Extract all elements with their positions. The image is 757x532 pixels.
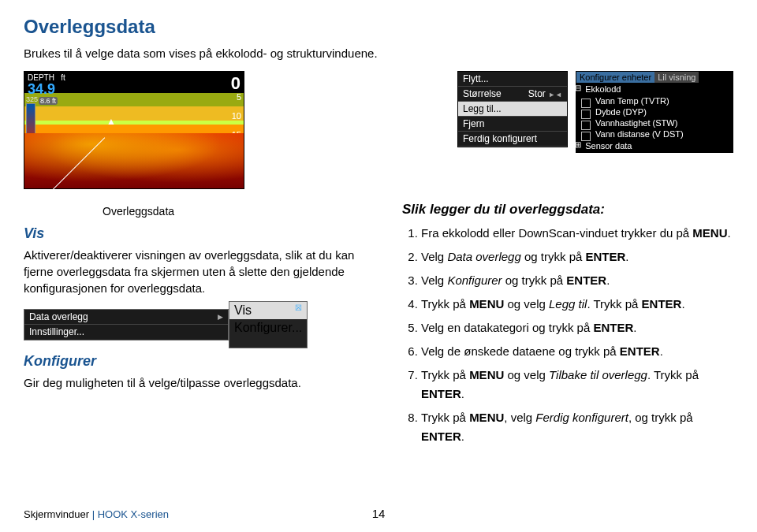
ctx-fjern[interactable]: Fjern — [458, 117, 567, 132]
konfigurer-body: Gir deg muligheten til å velge/tilpasse … — [24, 374, 371, 391]
intro-text: Brukes til å velge data som vises på ekk… — [24, 46, 733, 61]
submenu-screenshot: Data overlegg▶ Innstillinger... Vis☒ Kon… — [24, 301, 371, 348]
tick-0: 0 — [231, 73, 241, 94]
page-number: 14 — [372, 507, 386, 520]
context-menu: Flytt... StørrelseStor ►◄ Legg til... Fj… — [457, 71, 568, 147]
cfg-tab-active[interactable]: Konfigurer enheter — [576, 72, 654, 83]
zoom-label: 325 — [26, 95, 38, 103]
cfg-item-stw[interactable]: Vannhastighet (STW) — [576, 117, 733, 128]
sub-konfigurer[interactable]: Konfigurer... — [229, 319, 307, 337]
step-1: Fra ekkolodd eller DownScan-vinduet tryk… — [421, 224, 733, 243]
cfg-head-ekkolodd[interactable]: ⊟ Ekkolodd — [576, 83, 733, 95]
top-row: DEPTH ft 34.9 8.6 ft 325 0 5 10 15 20 25… — [24, 71, 733, 189]
plus-icon[interactable]: ⊞ — [575, 140, 583, 148]
vis-heading: Vis — [24, 225, 371, 242]
columns: Overleggsdata Vis Aktiverer/deaktiverer … — [24, 202, 733, 451]
tick-10: 10 — [232, 111, 241, 121]
step-4: Trykk på MENU og velg Legg til. Trykk på… — [421, 295, 733, 314]
sub-vis[interactable]: Vis☒ — [229, 302, 307, 319]
footer-section: Skjermvinduer — [24, 508, 89, 520]
ctx-ferdig[interactable]: Ferdig konfigurert — [458, 132, 567, 147]
sub-innstillinger[interactable]: Innstillinger... — [24, 325, 228, 339]
cfg-item-dyp[interactable]: Dybde (DYP) — [576, 106, 733, 117]
cfg-head-sensor[interactable]: ⊞ Sensor data — [576, 140, 733, 152]
vis-body: Aktiverer/deaktiverer visningen av overl… — [24, 247, 371, 296]
step-6: Velg de ønskede dataene og trykk på ENTE… — [421, 342, 733, 361]
footer: Skjermvinduer | HOOK X-serien — [24, 508, 169, 520]
tick-5: 5 — [237, 92, 241, 102]
sonar-caption: Overleggsdata — [103, 205, 371, 218]
page-title: Overleggsdata — [24, 16, 733, 38]
sonar-screenshot: DEPTH ft 34.9 8.6 ft 325 0 5 10 15 20 25… — [24, 71, 244, 189]
cfg-item-vdst[interactable]: Vann distanse (V DST) — [576, 128, 733, 140]
cfg-tab-inactive[interactable]: Lil visning — [654, 72, 699, 83]
step-5: Velg en datakategori og trykk på ENTER. — [421, 318, 733, 337]
ctx-storrelse[interactable]: StørrelseStor ►◄ — [458, 87, 567, 102]
konfigurer-heading: Konfigurer — [24, 353, 371, 370]
ctx-legg-til[interactable]: Legg til... — [458, 102, 567, 117]
config-tree-panel: Konfigurer enheterLil visning ⊟ Ekkolodd… — [576, 71, 733, 153]
cfg-item-tvtr[interactable]: Vann Temp (TVTR) — [576, 95, 733, 106]
footer-product: HOOK X-serien — [98, 508, 169, 520]
range-badge: 8.6 ft — [39, 97, 58, 105]
minus-icon[interactable]: ⊟ — [575, 84, 583, 91]
steps-list: Fra ekkolodd eller DownScan-vinduet tryk… — [402, 224, 733, 446]
step-2: Velg Data overlegg og trykk på ENTER. — [421, 247, 733, 266]
ctx-flytt[interactable]: Flytt... — [458, 72, 567, 87]
left-column: Overleggsdata Vis Aktiverer/deaktiverer … — [24, 202, 371, 451]
sub-data-overlegg[interactable]: Data overlegg▶ — [24, 310, 228, 325]
right-column: Slik legger du til overleggsdata: Fra ek… — [402, 202, 733, 451]
steps-heading: Slik legger du til overleggsdata: — [402, 202, 733, 218]
checkbox-icon: ☒ — [295, 303, 302, 318]
step-7: Trykk på MENU og velg Tilbake til overle… — [421, 366, 733, 404]
chevron-right-icon: ▶ — [218, 313, 223, 321]
chevron-icon: ►◄ — [548, 91, 562, 99]
depth-unit: ft — [61, 73, 65, 82]
step-8: Trykk på MENU, velg Ferdig konfigurert, … — [421, 408, 733, 446]
step-3: Velg Konfigurer og trykk på ENTER. — [421, 271, 733, 290]
